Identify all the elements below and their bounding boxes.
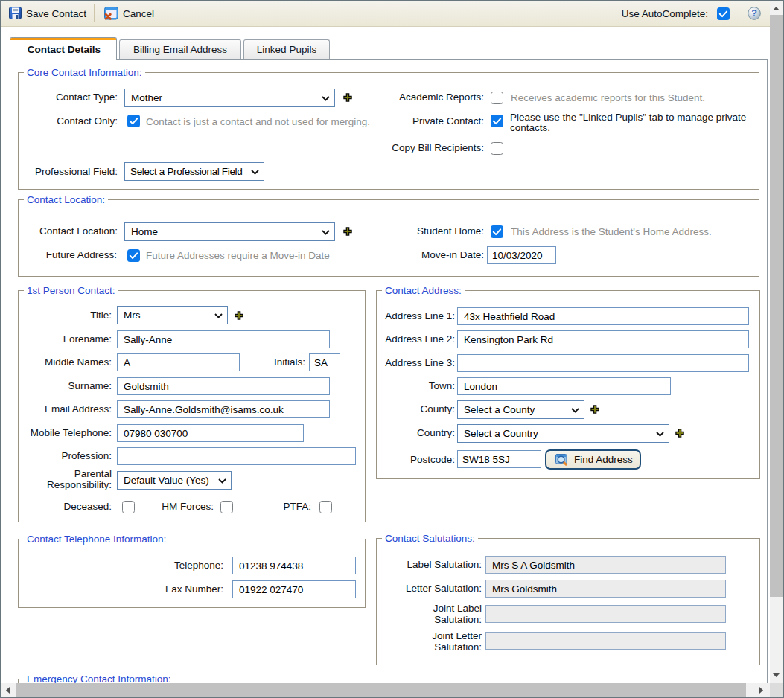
svg-text:?: ?: [751, 8, 757, 19]
